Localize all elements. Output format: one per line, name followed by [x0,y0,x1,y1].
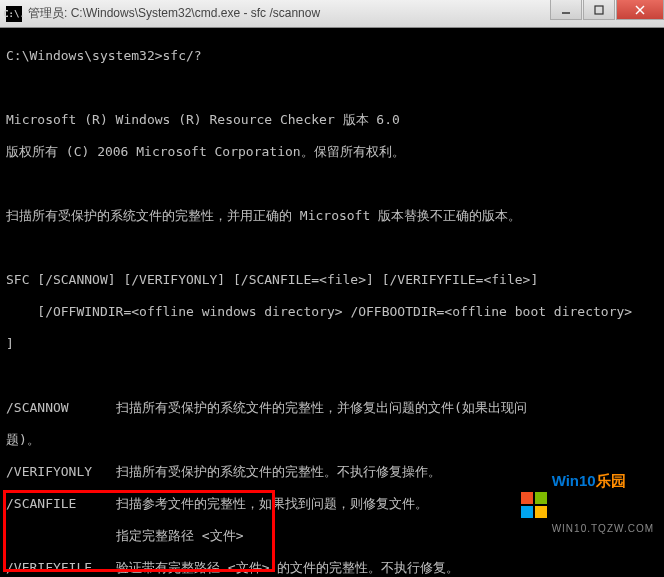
window-title: 管理员: C:\Windows\System32\cmd.exe - sfc /… [28,5,550,22]
prompt-line: C:\Windows\system32>sfc/? [6,48,658,64]
option-name: /SCANFILE [6,496,116,512]
syntax-line: [/OFFWINDIR=<offline windows directory> … [6,304,658,320]
watermark-main-b: 乐园 [596,472,626,489]
option-desc: 扫描参考文件的完整性，如果找到问题，则修复文件。 [116,496,428,512]
blank-line [6,368,658,384]
copyright-line: 版权所有 (C) 2006 Microsoft Corporation。保留所有… [6,144,658,160]
syntax-line: ] [6,336,658,352]
option-desc: 扫描所有受保护的系统文件的完整性。不执行修复操作。 [116,464,441,480]
option-name: /SCANNOW [6,400,116,416]
watermark: Win10乐园 WIN10.TQZW.COM [521,441,654,569]
window-controls [550,0,664,27]
watermark-main-a: Win10 [552,472,596,489]
option-name: /VERIFYFILE [6,560,116,576]
option-desc: 扫描所有受保护的系统文件的完整性，并修复出问题的文件(如果出现问 [116,400,527,416]
watermark-sub: WIN10.TQZW.COM [552,521,654,537]
watermark-text: Win10乐园 WIN10.TQZW.COM [552,441,654,569]
option-desc: 指定完整路径 <文件> [116,528,243,544]
blank-line [6,240,658,256]
console-output[interactable]: C:\Windows\system32>sfc/? Microsoft (R) … [0,28,664,577]
option-desc: 验证带有完整路径 <文件> 的文件的完整性。不执行修复。 [116,560,459,576]
blank-line [6,176,658,192]
blank-line [6,80,658,96]
svg-rect-1 [595,6,603,14]
windows-logo-icon [521,492,547,518]
version-line: Microsoft (R) Windows (R) Resource Check… [6,112,658,128]
close-button[interactable] [616,0,664,20]
option-name: /VERIFYONLY [6,464,116,480]
minimize-button[interactable] [550,0,582,20]
syntax-line: SFC [/SCANNOW] [/VERIFYONLY] [/SCANFILE=… [6,272,658,288]
description-line: 扫描所有受保护的系统文件的完整性，并用正确的 Microsoft 版本替换不正确… [6,208,658,224]
maximize-button[interactable] [583,0,615,20]
option-row: /SCANNOW扫描所有受保护的系统文件的完整性，并修复出问题的文件(如果出现问 [6,400,658,416]
blank [6,528,116,544]
cmd-icon: C:\. [6,6,22,22]
window-titlebar: C:\. 管理员: C:\Windows\System32\cmd.exe - … [0,0,664,28]
